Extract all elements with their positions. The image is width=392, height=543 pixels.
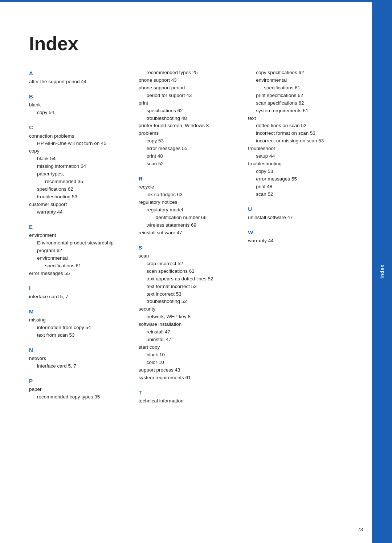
index-entry: incorrect or missing on scan 53 xyxy=(248,137,343,145)
index-entry: print xyxy=(139,100,234,107)
index-entry: scan 52 xyxy=(139,160,234,168)
index-entry: system requirements 61 xyxy=(248,107,343,115)
section-letter-s: S xyxy=(139,243,234,252)
index-entry: incorrect format on scan 53 xyxy=(248,130,343,137)
index-entry: blank xyxy=(29,101,124,109)
columns-wrapper: Aafter the support period 44Bblankcopy 5… xyxy=(29,69,343,405)
index-entry: missing xyxy=(29,316,124,324)
sidebar-label: Index xyxy=(379,264,385,279)
index-entry: troubleshooting 53 xyxy=(29,193,124,201)
index-entry: wireless statements 69 xyxy=(139,222,234,229)
index-entry: environmental xyxy=(248,77,343,84)
index-entry: software installation xyxy=(139,321,234,328)
index-entry: text xyxy=(248,115,343,122)
column-2: recommended types 25phone support 43phon… xyxy=(139,69,234,405)
index-entry: text incorrect 53 xyxy=(139,291,234,298)
page-number: 73 xyxy=(358,527,363,532)
index-entry: regulatory model xyxy=(139,206,234,214)
index-entry: error messages 55 xyxy=(248,175,343,183)
section-letter-w: W xyxy=(248,228,343,236)
column-3: copy specifications 62environmentalspeci… xyxy=(248,69,343,405)
index-entry: system requirements 61 xyxy=(139,374,234,382)
index-entry: copy 54 xyxy=(29,109,124,117)
index-entry: reinstall 47 xyxy=(139,328,234,336)
index-entry: support process 43 xyxy=(139,366,234,374)
index-entry: black 10 xyxy=(139,351,234,359)
index-entry: connection problems xyxy=(29,133,124,140)
index-entry: missing information 54 xyxy=(29,163,124,170)
index-entry: printer found screen, Windows 8 xyxy=(139,122,234,130)
index-entry: warranty 44 xyxy=(248,237,343,245)
index-entry: copy specifications 62 xyxy=(248,69,343,77)
top-blue-line xyxy=(0,0,372,2)
section-letter-p: P xyxy=(29,377,124,385)
section-letter-i: I xyxy=(29,284,124,292)
blue-sidebar: Index xyxy=(372,0,392,543)
index-entry: uninstall 47 xyxy=(139,336,234,344)
index-entry: HP All-in-One will not turn on 45 xyxy=(29,140,124,147)
index-entry: text format incorrect 53 xyxy=(139,283,234,291)
index-entry: uninstall software 47 xyxy=(248,214,343,222)
index-entry: specifications 62 xyxy=(139,107,234,115)
index-entry: text from scan 53 xyxy=(29,332,124,339)
index-entry: scan specifications 62 xyxy=(139,268,234,275)
section-letter-t: T xyxy=(139,388,234,397)
index-entry: customer support xyxy=(29,201,124,208)
index-entry: error messages 55 xyxy=(139,145,234,153)
column-1: Aafter the support period 44Bblankcopy 5… xyxy=(29,69,124,405)
index-entry: ink cartridges 63 xyxy=(139,191,234,199)
index-entry: recycle xyxy=(139,183,234,191)
index-entry: warranty 44 xyxy=(29,208,124,216)
index-entry: specifications 61 xyxy=(248,84,343,92)
index-entry: print specifications 62 xyxy=(248,92,343,100)
index-entry: problems xyxy=(139,130,234,137)
index-entry: period for support 43 xyxy=(139,92,234,100)
index-entry: scan specifications 62 xyxy=(248,100,343,107)
index-entry: copy 53 xyxy=(139,137,234,145)
index-entry: recommended 35 xyxy=(29,178,124,186)
index-entry: blank 54 xyxy=(29,155,124,163)
index-entry: interface card 5, 7 xyxy=(29,293,124,301)
index-entry: network, WEP key 8 xyxy=(139,313,234,321)
index-entry: text appears as dotted lines 52 xyxy=(139,275,234,283)
index-entry: scan xyxy=(139,252,234,260)
index-entry: troubleshoot xyxy=(248,145,343,153)
section-letter-u: U xyxy=(248,205,343,213)
index-entry: error messages 55 xyxy=(29,270,124,277)
index-entry: copy 53 xyxy=(248,168,343,175)
index-entry: identification number 66 xyxy=(139,214,234,222)
index-entry: network xyxy=(29,355,124,362)
index-entry: specifications 61 xyxy=(29,262,124,270)
section-letter-m: M xyxy=(29,307,124,316)
index-entry: specifications 62 xyxy=(29,186,124,193)
index-entry: environmental xyxy=(29,255,124,262)
index-entry: troubleshooting 48 xyxy=(139,115,234,122)
index-entry: regulatory notices xyxy=(139,199,234,206)
section-letter-r: R xyxy=(139,174,234,183)
index-entry: recommended copy types 35 xyxy=(29,393,124,401)
index-entry: technical information xyxy=(139,397,234,405)
index-entry: troubleshooting 52 xyxy=(139,298,234,305)
index-entry: information from copy 54 xyxy=(29,324,124,332)
page-title: Index xyxy=(29,33,363,54)
index-entry: after the support period 44 xyxy=(29,78,124,86)
index-entry: print 48 xyxy=(139,153,234,160)
index-entry: environment xyxy=(29,232,124,239)
index-entry: paper xyxy=(29,386,124,393)
index-entry: recommended types 25 xyxy=(139,69,234,77)
section-letter-e: E xyxy=(29,223,124,231)
index-entry: setup 44 xyxy=(248,153,343,160)
index-entry: security xyxy=(139,305,234,313)
index-entry: copy xyxy=(29,147,124,155)
index-entry: scan 52 xyxy=(248,191,343,198)
section-letter-a: A xyxy=(29,69,124,77)
section-letter-c: C xyxy=(29,123,124,131)
index-entry: phone support period xyxy=(139,84,234,92)
page-container: Index Index Aafter the support period 44… xyxy=(0,0,392,543)
index-entry: phone support 43 xyxy=(139,77,234,84)
index-entry: paper types, xyxy=(29,170,124,178)
index-entry: print 48 xyxy=(248,183,343,191)
section-letter-b: B xyxy=(29,92,124,101)
index-entry: crop incorrect 52 xyxy=(139,260,234,268)
index-entry: color 10 xyxy=(139,359,234,366)
